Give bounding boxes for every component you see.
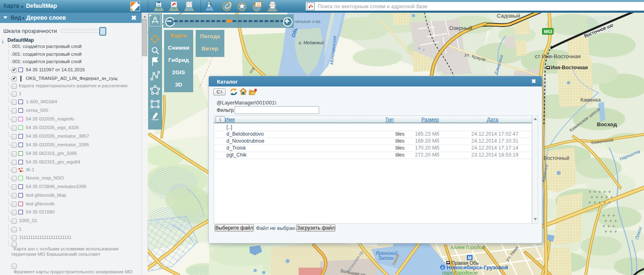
svg-text:Восточный: Восточный [544, 155, 569, 161]
svg-text:М: М [468, 256, 471, 260]
svg-text:Восход: Восход [597, 121, 617, 127]
svg-text:М53: М53 [544, 29, 553, 34]
svg-text:Садовый: Садовый [497, 13, 520, 19]
svg-text:о. Медвежий: о. Медвежий [299, 40, 324, 45]
svg-text:ненькие о-ва: ненькие о-ва [295, 19, 320, 24]
svg-text:Затон: Затон [378, 255, 394, 261]
svg-text:Озерный: Озерный [449, 25, 472, 31]
svg-text:ст Иня-Восточная: ст Иня-Восточная [535, 53, 580, 59]
svg-text:Каменка: Каменка [580, 97, 601, 103]
svg-text:Аллея Городов: Аллея Городов [450, 245, 484, 250]
svg-text:Новосибирск-Грузовой: Новосибирск-Грузовой [447, 264, 508, 270]
svg-text:Иня-Восточная: Иня-Восточная [551, 65, 588, 70]
svg-text:парк Городское: парк Городское [442, 270, 478, 275]
